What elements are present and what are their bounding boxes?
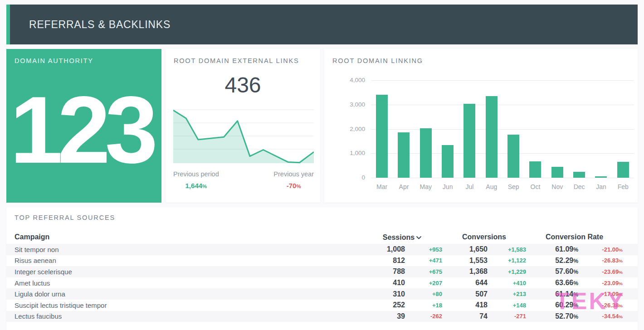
percent-sign: % [573,280,578,286]
table-cell-val: 418 [442,301,488,309]
table-cell-delta: +410 [488,280,526,286]
top-referral-sources-card: TOP REFERRAL SOURCES Campaign Sessions C… [6,208,638,330]
column-header-conversion-rate[interactable]: Conversion Rate [526,233,623,241]
percent-sign: % [573,258,578,264]
table-cell-delta: -17.09% [578,291,623,297]
bar-apr [398,132,410,178]
table-cell-campaign: Lectus faucibus [15,312,362,320]
table-row: Risus aenean812+4711,553+1,12252.29%-26.… [6,255,638,267]
table-cell-val: 812 [362,257,405,265]
previous-period-label: Previous period [173,170,219,178]
table-cell-campaign: Ligula dolor urna [15,290,362,298]
table-cell-delta: -34.54% [578,313,623,320]
table-cell-val: 507 [442,290,488,298]
y-axis-tick-label: 2,000 [324,126,365,132]
table-row: Lectus faucibus39-26274-27152.70%-34.54% [6,311,638,322]
x-axis-tick-label: Dec [568,183,590,190]
external-links-card: ROOT DOMAIN EXTERNAL LINKS 436 Previous … [166,49,320,203]
external-links-comparisons: Previous period 1,644% Previous year -70… [173,170,314,189]
table-cell-val: 52.29% [526,257,578,265]
table-cell-val: 310 [362,290,405,298]
table-cell-val: 410 [362,279,405,287]
table-cell-delta: +148 [488,302,526,309]
x-axis-tick-label: Jun [437,183,459,190]
bar-oct [529,161,541,178]
table-cell-delta: -23.69% [578,268,623,275]
bar-chart-x-axis: MarAprMayJunJulAugSepOctNovDecJanFeb [371,183,634,190]
table-cell-val: 63.66% [526,279,578,287]
bar-slot [371,80,393,178]
table-cell-delta: +1,583 [488,246,526,253]
table-cell-val: 1,650 [442,245,488,253]
table-header-row: Campaign Sessions Conversions Conversion… [6,230,638,244]
bar-jun [442,145,454,178]
bar-nov [551,167,563,178]
table-cell-delta: -23.09% [578,280,623,286]
bar-feb [617,162,629,178]
column-header-sessions[interactable]: Sessions [362,233,442,242]
table-section-title: TOP REFERRAL SOURCES [15,214,115,221]
table-cell-campaign: Sit tempor non [15,246,362,253]
x-axis-tick-label: Oct [524,183,546,190]
table-row: Integer scelerisque788+6751,368+1,22957.… [6,266,638,277]
x-axis-tick-label: Feb [612,183,634,190]
table-cell-campaign: Suscipit lectus tristique tempor [15,301,362,309]
x-axis-tick-label: Sep [503,183,524,190]
bar-slot [459,80,480,178]
dashboard-header: REFERRALS & BACKLINKS [6,5,638,44]
previous-period-block: Previous period 1,644% [173,170,219,189]
x-axis-tick-label: May [415,183,437,190]
table-cell-delta: +471 [405,257,442,264]
root-domain-linking-card: ROOT DOMAIN LINKING 4,0003,0002,0001,000… [324,49,638,203]
table-cell-delta: +18 [405,302,442,309]
table-cell-val: 39 [362,312,405,320]
y-axis-tick-label: 1,000 [324,150,365,156]
x-axis-tick-label: Apr [393,183,415,190]
percent-sign: % [619,281,623,286]
table-cell-delta: +1,122 [488,257,526,264]
table-cell-val: 1,008 [362,245,405,253]
dashboard-page: REFERRALS & BACKLINKS DOMAIN AUTHORITY 1… [0,0,644,330]
bar-slot [503,80,524,178]
table-row: Sit tempor non1,008+9531,650+1,58361.09%… [6,244,638,255]
domain-authority-card: DOMAIN AUTHORITY 123 [6,49,161,203]
bar-slot [415,80,437,178]
percent-sign: % [573,314,578,320]
percent-sign: % [619,270,623,275]
table-cell-campaign: Amet luctus [15,279,362,287]
column-header-campaign[interactable]: Campaign [15,233,362,241]
table-cell-delta: +80 [405,291,442,297]
y-axis-tick-label: 4,000 [324,77,365,83]
percent-sign: % [573,291,578,298]
percent-sign: % [573,247,578,253]
column-header-conversions[interactable]: Conversions [442,233,526,241]
table-cell-delta: +1,229 [488,268,526,275]
external-links-title: ROOT DOMAIN EXTERNAL LINKS [174,57,299,64]
percent-sign: % [619,248,623,252]
bar-slot [590,80,612,178]
bar-slot [612,80,634,178]
x-axis-tick-label: Jul [459,183,480,190]
x-axis-tick-label: Aug [481,183,503,190]
percent-sign: % [619,292,623,297]
bar-mar [376,95,388,178]
table-cell-val: 57.60% [526,267,578,276]
page-title: REFERRALS & BACKLINKS [29,19,171,31]
table-cell-val: 61.14% [526,290,578,298]
table-cell-delta: +207 [405,280,442,286]
bar-jan [595,176,607,178]
y-axis-tick-label: 0 [324,174,365,181]
domain-authority-title: DOMAIN AUTHORITY [15,57,93,64]
bar-slot [524,80,546,178]
table-row: Suscipit lectus tristique tempor252+1841… [6,300,638,311]
table-cell-campaign: Integer scelerisque [15,268,362,276]
percent-sign: % [573,269,578,275]
table-cell-val: 52.70% [526,312,578,320]
table-cell-delta: +953 [405,246,442,253]
bar-slot [546,80,568,178]
bar-dec [573,172,585,178]
table-cell-val: 252 [362,301,405,309]
x-axis-tick-label: Mar [371,183,393,190]
bar-slot [481,80,503,178]
chevron-down-icon [416,233,421,241]
